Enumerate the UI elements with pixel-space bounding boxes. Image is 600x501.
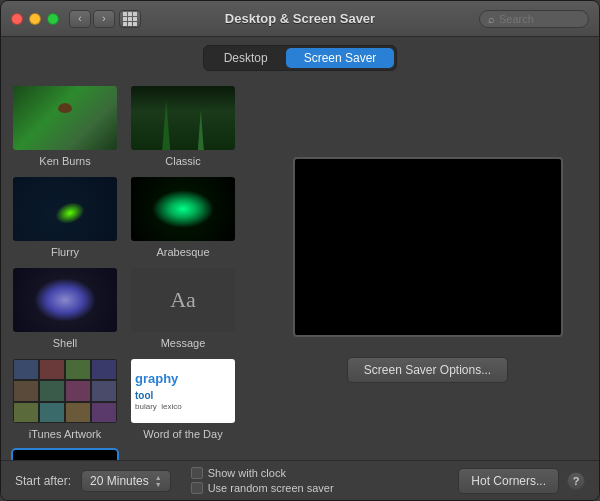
random-screensaver-label: Use random screen saver <box>208 482 334 494</box>
itunes-preview <box>13 359 117 423</box>
show-clock-checkbox[interactable] <box>191 467 203 479</box>
ken-burns-preview <box>13 86 117 150</box>
list-item[interactable]: Shell <box>11 266 119 349</box>
screensaver-label: Arabesque <box>156 246 209 258</box>
main-content: Ken Burns Classic Flurry <box>1 79 599 460</box>
back-arrow-icon: ‹ <box>78 13 81 24</box>
screensaver-grid: Ken Burns Classic Flurry <box>11 79 251 460</box>
start-after-label: Start after: <box>15 474 71 488</box>
tab-group: Desktop Screen Saver <box>203 45 398 71</box>
grid-icon <box>123 12 137 26</box>
grid-view-button[interactable] <box>119 10 141 28</box>
show-clock-label: Show with clock <box>208 467 286 479</box>
list-item[interactable]: Flurry <box>11 175 119 258</box>
search-input[interactable] <box>499 13 580 25</box>
screensaver-thumbnail[interactable] <box>129 175 237 243</box>
classic-preview <box>131 86 235 150</box>
preview-screen <box>293 157 563 337</box>
start-after-select[interactable]: 20 Minutes ▲ ▼ <box>81 470 171 492</box>
bottom-bar: Start after: 20 Minutes ▲ ▼ Show with cl… <box>1 460 599 500</box>
list-item[interactable]: Aa Message <box>129 266 237 349</box>
forward-button[interactable]: › <box>93 10 115 28</box>
hot-corners-button[interactable]: Hot Corners... <box>458 468 559 494</box>
list-item[interactable]: Ken Burns <box>11 84 119 167</box>
search-icon: ⌕ <box>488 13 495 25</box>
nav-buttons: ‹ › <box>69 10 115 28</box>
checkboxes: Show with clock Use random screen saver <box>191 467 334 494</box>
search-box[interactable]: ⌕ <box>479 10 589 28</box>
traffic-lights <box>11 13 59 25</box>
list-item[interactable]: Classic <box>129 84 237 167</box>
screensaver-label: Flurry <box>51 246 79 258</box>
list-item[interactable]: Arabesque <box>129 175 237 258</box>
help-button[interactable]: ? <box>567 472 585 490</box>
list-item[interactable]: Animated Gif AnimatedGif <box>11 448 119 460</box>
random-screensaver-row: Use random screen saver <box>191 482 334 494</box>
screensaver-thumbnail[interactable] <box>129 84 237 152</box>
maximize-button[interactable] <box>47 13 59 25</box>
back-button[interactable]: ‹ <box>69 10 91 28</box>
random-screensaver-checkbox[interactable] <box>191 482 203 494</box>
screensaver-label: Message <box>161 337 206 349</box>
screensaver-thumbnail[interactable]: Animated Gif <box>11 448 119 460</box>
wordday-preview: graphytool bulary lexico <box>131 359 235 423</box>
show-clock-row: Show with clock <box>191 467 334 479</box>
screensaver-thumbnail[interactable] <box>11 357 119 425</box>
screensaver-thumbnail[interactable]: graphytool bulary lexico <box>129 357 237 425</box>
arabesque-preview <box>131 177 235 241</box>
animatedgif-preview: Animated Gif <box>13 450 117 460</box>
screensaver-thumbnail[interactable] <box>11 266 119 334</box>
flurry-preview <box>13 177 117 241</box>
screensaver-label: Word of the Day <box>143 428 222 440</box>
stepper-down-icon[interactable]: ▼ <box>155 481 162 488</box>
list-item[interactable]: iTunes Artwork <box>11 357 119 440</box>
close-button[interactable] <box>11 13 23 25</box>
tab-screensaver[interactable]: Screen Saver <box>286 48 395 68</box>
shell-preview <box>13 268 117 332</box>
start-after-value: 20 Minutes <box>90 474 149 488</box>
screensaver-label: Shell <box>53 337 77 349</box>
screensaver-thumbnail[interactable] <box>11 84 119 152</box>
screensaver-label: Ken Burns <box>39 155 90 167</box>
screensaver-thumbnail[interactable]: Aa <box>129 266 237 334</box>
title-bar: ‹ › Desktop & Screen Saver ⌕ <box>1 1 599 37</box>
list-item[interactable]: graphytool bulary lexico Word of the Day <box>129 357 237 440</box>
stepper-arrows: ▲ ▼ <box>155 474 162 488</box>
message-preview: Aa <box>131 268 235 332</box>
forward-arrow-icon: › <box>102 13 105 24</box>
minimize-button[interactable] <box>29 13 41 25</box>
preview-area: Screen Saver Options... <box>251 79 589 460</box>
tab-desktop[interactable]: Desktop <box>206 48 286 68</box>
bottom-right: Hot Corners... ? <box>458 468 585 494</box>
window-title: Desktop & Screen Saver <box>225 11 375 26</box>
screensaver-thumbnail[interactable] <box>11 175 119 243</box>
screensaver-label: iTunes Artwork <box>29 428 101 440</box>
screensaver-label: Classic <box>165 155 200 167</box>
stepper-up-icon[interactable]: ▲ <box>155 474 162 481</box>
screen-saver-options-button[interactable]: Screen Saver Options... <box>347 357 508 383</box>
main-window: ‹ › Desktop & Screen Saver ⌕ Desktop Scr… <box>0 0 600 501</box>
tab-bar: Desktop Screen Saver <box>1 37 599 79</box>
